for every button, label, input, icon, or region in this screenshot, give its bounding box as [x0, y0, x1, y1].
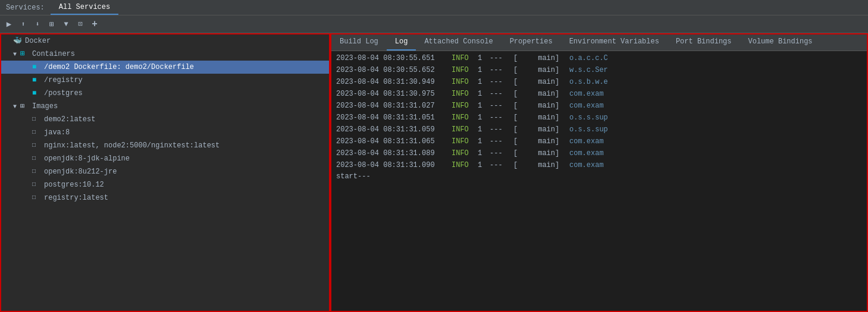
log-bracket-open-6: [	[513, 124, 519, 135]
log-line-6: 2023-08-04 08:31:31.059 INFO 1 --- [ mai…	[331, 124, 867, 135]
containers-expand-arrow: ▼	[13, 51, 20, 58]
tree-item-registry-latest[interactable]: □ registry:latest	[1, 191, 329, 204]
log-pid-9: 1	[478, 159, 487, 171]
log-timestamp-2: 2023-08-04 08:31:30.949	[336, 76, 449, 88]
tree-item-openjdk-jre[interactable]: □ openjdk:8u212-jre	[1, 165, 329, 178]
image-label-1: java:8	[44, 128, 70, 137]
log-level-3: INFO	[452, 88, 475, 100]
containers-label: Containers	[32, 50, 75, 58]
tree-item-containers[interactable]: ▼ ⊞ Containers	[1, 48, 329, 61]
log-level-8: INFO	[452, 147, 475, 159]
log-bracket-close-2: ]	[555, 76, 567, 88]
log-sep-8: ---	[490, 147, 511, 159]
sort-down-button[interactable]: ⬇	[31, 18, 44, 31]
log-line-1: 2023-08-04 08:30:55.652 INFO 1 --- [ mai…	[331, 64, 867, 76]
tab-properties[interactable]: Properties	[502, 34, 561, 51]
tree-item-demo2[interactable]: ■ /demo2 Dockerfile: demo2/Dockerfile	[1, 61, 329, 74]
log-bracket-open-4: [	[513, 100, 519, 112]
log-sep-7: ---	[490, 135, 511, 147]
tree-item-postgres-latest[interactable]: □ postgres:10.12	[1, 178, 329, 191]
image-icon-2: □	[32, 141, 42, 150]
main-layout: 🐳 Docker ▼ ⊞ Containers ■ /demo2 Dockerf…	[0, 33, 868, 312]
filter-button[interactable]: ▼	[59, 18, 73, 31]
log-thread-4: main	[519, 100, 555, 112]
log-line-2: 2023-08-04 08:31:30.949 INFO 1 --- [ mai…	[331, 76, 867, 88]
tree-item-java8[interactable]: □ java:8	[1, 126, 329, 139]
log-bracket-close-5: ]	[555, 112, 567, 124]
sort-up-button[interactable]: ⬆	[17, 18, 30, 31]
log-class-2: o.s.b.w.e	[569, 76, 608, 88]
tab-port-bindings[interactable]: Port Bindings	[668, 34, 740, 51]
log-bracket-close-6: ]	[555, 124, 567, 135]
tree-item-postgres[interactable]: ■ /postgres	[1, 87, 329, 100]
filter2-button[interactable]: ⊡	[74, 18, 87, 31]
log-sep-9: ---	[490, 159, 511, 171]
log-line-8: 2023-08-04 08:31:31.089 INFO 1 --- [ mai…	[331, 147, 867, 159]
tab-build-log[interactable]: Build Log	[331, 34, 387, 51]
log-class-3: com.exam	[569, 88, 604, 100]
image-label-4: openjdk:8u212-jre	[44, 168, 117, 176]
log-sep-6: ---	[490, 124, 511, 135]
log-level-7: INFO	[452, 135, 475, 147]
log-line-5: 2023-08-04 08:31:31.051 INFO 1 --- [ mai…	[331, 112, 867, 124]
log-class-1: w.s.c.Ser	[569, 64, 608, 76]
tab-volume-bindings[interactable]: Volume Bindings	[740, 34, 821, 51]
tree-item-registry[interactable]: ■ /registry	[1, 74, 329, 87]
tab-environment-variables[interactable]: Environment Variables	[561, 34, 668, 51]
log-thread-3: main	[519, 88, 555, 100]
log-sep-2: ---	[490, 76, 511, 88]
log-timestamp-3: 2023-08-04 08:31:30.975	[336, 88, 449, 100]
log-line-3: 2023-08-04 08:31:30.975 INFO 1 --- [ mai…	[331, 88, 867, 100]
log-class-6: o.s.s.sup	[569, 124, 608, 135]
log-bracket-close-4: ]	[555, 100, 567, 112]
log-content[interactable]: 2023-08-04 08:30:55.651 INFO 1 --- [ mai…	[331, 51, 867, 311]
log-bracket-close-7: ]	[555, 135, 567, 147]
log-timestamp-6: 2023-08-04 08:31:31.059	[336, 124, 449, 135]
tree-panel: 🐳 Docker ▼ ⊞ Containers ■ /demo2 Dockerf…	[0, 33, 330, 312]
log-thread-1: main	[519, 64, 555, 76]
image-label-0: demo2:latest	[44, 115, 95, 124]
log-sep-0: ---	[490, 52, 511, 64]
top-bar: Services: All Services	[0, 0, 868, 15]
container-item-icon-registry: ■	[32, 75, 42, 85]
log-timestamp-1: 2023-08-04 08:30:55.652	[336, 64, 449, 76]
log-class-8: com.exam	[569, 147, 604, 159]
image-label-6: registry:latest	[44, 194, 108, 202]
tab-log[interactable]: Log	[387, 34, 416, 51]
log-bracket-open-0: [	[513, 52, 519, 64]
log-class-4: com.exam	[569, 100, 604, 112]
services-label: Services:	[0, 0, 51, 15]
add-button[interactable]: +	[88, 18, 101, 31]
log-line-9: 2023-08-04 08:31:31.090 INFO 1 --- [ mai…	[331, 159, 867, 171]
log-timestamp-4: 2023-08-04 08:31:31.027	[336, 100, 449, 112]
images-expand-arrow: ▼	[13, 103, 20, 110]
log-pid-3: 1	[478, 88, 487, 100]
log-pid-8: 1	[478, 147, 487, 159]
image-label-5: postgres:10.12	[44, 181, 104, 189]
log-bracket-open-8: [	[513, 147, 519, 159]
tree-item-demo2-latest[interactable]: □ demo2:latest	[1, 113, 329, 126]
container-item-icon-postgres: ■	[32, 89, 42, 98]
log-tabs: Build Log Log Attached Console Propertie…	[331, 34, 867, 51]
container-item-icon-demo2: ■	[32, 62, 42, 72]
all-services-tab[interactable]: All Services	[51, 0, 118, 15]
log-class-0: o.a.c.c.C	[569, 52, 608, 64]
log-timestamp-7: 2023-08-04 08:31:31.065	[336, 135, 449, 147]
log-pid-4: 1	[478, 100, 487, 112]
tree-item-docker[interactable]: 🐳 Docker	[1, 34, 329, 48]
run-button[interactable]: ▶	[2, 18, 15, 31]
images-label: Images	[32, 102, 58, 111]
log-sep-4: ---	[490, 100, 511, 112]
container-registry-label: /registry	[44, 76, 83, 84]
log-pid-1: 1	[478, 64, 487, 76]
tree-item-openjdk-alpine[interactable]: □ openjdk:8-jdk-alpine	[1, 152, 329, 165]
image-icon-5: □	[32, 180, 42, 190]
tree-item-images[interactable]: ▼ ⊞ Images	[1, 100, 329, 113]
image-label-2: nginx:latest, node2:5000/nginxtest:lates…	[44, 141, 220, 150]
container-demo2-label: /demo2 Dockerfile: demo2/Dockerfile	[44, 63, 194, 71]
tree-item-nginx-latest[interactable]: □ nginx:latest, node2:5000/nginxtest:lat…	[1, 139, 329, 152]
grid-button[interactable]: ⊞	[45, 18, 58, 31]
log-bracket-close-8: ]	[555, 147, 567, 159]
tab-attached-console[interactable]: Attached Console	[416, 34, 501, 51]
log-line-7: 2023-08-04 08:31:31.065 INFO 1 --- [ mai…	[331, 135, 867, 147]
